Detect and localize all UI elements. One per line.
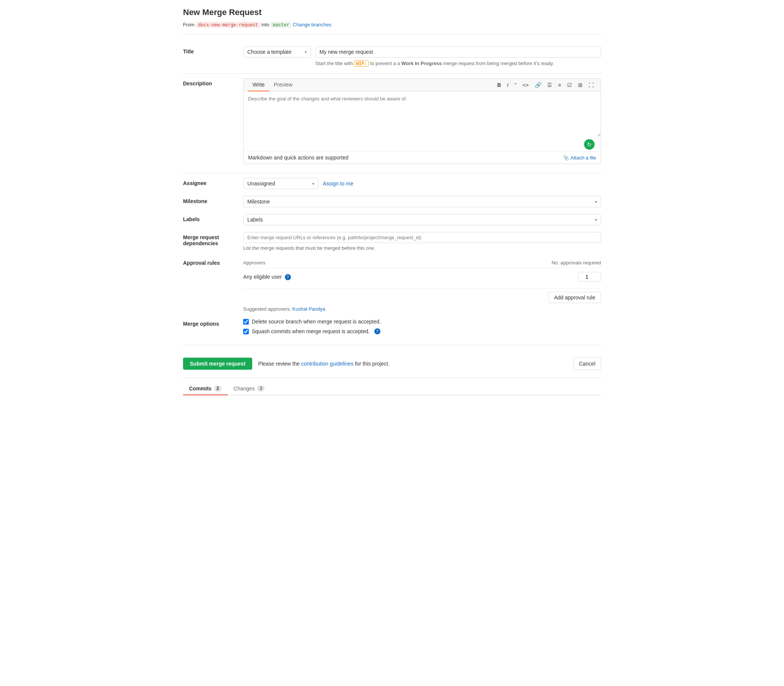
page-title: New Merge Request (183, 8, 601, 17)
add-approval-rule-btn[interactable]: Add approval rule (548, 292, 601, 303)
squash-question-icon[interactable]: ? (374, 328, 380, 334)
refresh-row: ↻ (244, 138, 601, 151)
wip-hint: Start the title with WIP: to prevent a a… (315, 60, 601, 67)
attach-file-btn[interactable]: 📎 Attach a file (563, 155, 596, 161)
quick-actions-link[interactable]: quick actions (284, 155, 315, 161)
squash-commits-checkbox[interactable] (243, 329, 249, 334)
approval-rules-content: Approvers No. approvals required Any eli… (243, 258, 601, 312)
approvals-count-cell (419, 268, 601, 286)
code-btn[interactable]: <> (520, 80, 531, 90)
template-label: Choose a template (247, 49, 292, 55)
are-supported: are supported (316, 155, 349, 161)
dependencies-input[interactable] (243, 232, 601, 243)
dependencies-label: Merge request dependencies (183, 232, 243, 247)
question-icon[interactable]: ? (285, 274, 291, 280)
dep-label-text2: dependencies (183, 240, 218, 247)
wip-hint-suffix: to prevent a (370, 60, 396, 66)
commits-label: Commits (189, 385, 212, 392)
write-tab[interactable]: Write (248, 78, 269, 91)
editor-toolbar: B I " <> 🔗 ☰ ≡ ☑ ⊞ ⛶ (495, 80, 596, 90)
approval-table: Approvers No. approvals required Any eli… (243, 258, 601, 286)
eligible-user-label: Any eligible user (243, 274, 282, 280)
review-prefix: Please review the (258, 361, 300, 367)
merge-options-label: Merge options (183, 318, 243, 327)
assignee-dropdown[interactable]: Unassigned ▾ (243, 178, 318, 189)
fullscreen-btn[interactable]: ⛶ (586, 80, 596, 90)
approval-table-container: Approvers No. approvals required Any eli… (243, 258, 601, 312)
source-branch: docs-new-merge-request (196, 22, 260, 28)
labels-label: Labels (183, 214, 243, 222)
editor-tab-bar: Write Preview B I " <> 🔗 ☰ ≡ ☑ ⊞ ⛶ (244, 78, 601, 91)
description-section: Description Write Preview B I " <> 🔗 ☰ ≡… (183, 78, 601, 164)
contribution-guidelines-link[interactable]: contribution guidelines (301, 361, 353, 367)
quote-btn[interactable]: " (512, 80, 519, 90)
assignee-section: Assignee Unassigned ▾ Assign to me (183, 178, 601, 189)
merge-option-1: Delete source branch when merge request … (243, 318, 601, 325)
milestone-chevron-icon: ▾ (595, 200, 597, 204)
merge-options-section: Merge options Delete source branch when … (183, 318, 601, 338)
change-branches-link[interactable]: Change branches (293, 22, 331, 28)
labels-chevron-icon: ▾ (595, 218, 597, 222)
actions-divider (183, 345, 601, 345)
assignee-value: Unassigned (247, 181, 275, 186)
approver-name: Any eligible user ? (243, 268, 419, 286)
col-approvers: Approvers (243, 258, 419, 268)
delete-branch-label: Delete source branch when merge request … (252, 318, 381, 325)
ul-btn[interactable]: ☰ (545, 80, 554, 90)
title-input[interactable] (315, 46, 601, 57)
assign-me-link[interactable]: Assign to me (323, 181, 353, 186)
title-divider (183, 74, 601, 74)
italic-btn[interactable]: I (505, 80, 511, 90)
suggested-name[interactable]: Kushal Pandya (292, 306, 325, 312)
attach-file-label: Attach a file (570, 155, 596, 161)
approvals-input[interactable] (579, 272, 601, 282)
title-inputs: Choose a template ▾ (243, 46, 601, 57)
commits-tab[interactable]: Commits 2 (183, 382, 228, 395)
dependencies-hint: List the merge requests that must be mer… (243, 245, 601, 251)
changes-tab[interactable]: Changes 3 (228, 382, 271, 395)
milestone-content: Milestone ▾ (243, 196, 601, 207)
changes-label: Changes (234, 385, 255, 392)
submit-merge-request-btn[interactable]: Submit merge request (183, 358, 252, 370)
from-label: From (183, 22, 196, 28)
wip-badge: WIP: (354, 60, 369, 67)
task-btn[interactable]: ☑ (565, 80, 574, 90)
bottom-actions: Submit merge request Please review the c… (183, 350, 601, 378)
milestone-section: Milestone Milestone ▾ (183, 196, 601, 207)
template-dropdown[interactable]: Choose a template ▾ (243, 46, 311, 57)
markdown-link[interactable]: Markdown (248, 155, 272, 161)
review-suffix: for this project. (355, 361, 390, 367)
dep-label-text: Merge request (183, 234, 219, 240)
assignee-chevron-icon: ▾ (312, 182, 314, 186)
description-content: Write Preview B I " <> 🔗 ☰ ≡ ☑ ⊞ ⛶ (243, 78, 601, 164)
and-text: and (274, 155, 284, 161)
template-chevron-icon: ▾ (305, 50, 307, 54)
preview-tab[interactable]: Preview (269, 78, 297, 91)
wip-hint-prefix: Start the title with (315, 60, 353, 66)
description-textarea[interactable] (244, 91, 601, 137)
description-editor: Write Preview B I " <> 🔗 ☰ ≡ ☑ ⊞ ⛶ (243, 78, 601, 164)
wip-hint-end: merge request from being merged before i… (443, 60, 554, 66)
refresh-icon[interactable]: ↻ (584, 139, 595, 150)
approval-action-row: Add approval rule (243, 289, 601, 303)
markdown-support: Markdown and quick actions are supported (248, 155, 349, 161)
delete-branch-checkbox[interactable] (243, 319, 249, 325)
suggested-approvers: Suggested approvers: Kushal Pandya (243, 306, 601, 312)
desc-divider (183, 173, 601, 173)
link-btn[interactable]: 🔗 (533, 80, 543, 90)
labels-value: Labels (247, 217, 263, 223)
changes-badge: 3 (257, 385, 265, 392)
merge-options-content: Delete source branch when merge request … (243, 318, 601, 338)
milestone-dropdown[interactable]: Milestone ▾ (243, 196, 601, 207)
approval-row: Any eligible user ? (243, 268, 601, 286)
bold-btn[interactable]: B (495, 80, 503, 90)
ol-btn[interactable]: ≡ (556, 80, 563, 90)
editor-footer: Markdown and quick actions are supported… (244, 151, 601, 163)
cancel-btn[interactable]: Cancel (573, 357, 601, 370)
table-btn[interactable]: ⊞ (576, 80, 585, 90)
attach-file-icon: 📎 (563, 155, 569, 161)
title-content: Choose a template ▾ Start the title with… (243, 46, 601, 67)
labels-dropdown[interactable]: Labels ▾ (243, 214, 601, 225)
bottom-tabs: Commits 2 Changes 3 (183, 378, 601, 395)
description-label: Description (183, 78, 243, 87)
